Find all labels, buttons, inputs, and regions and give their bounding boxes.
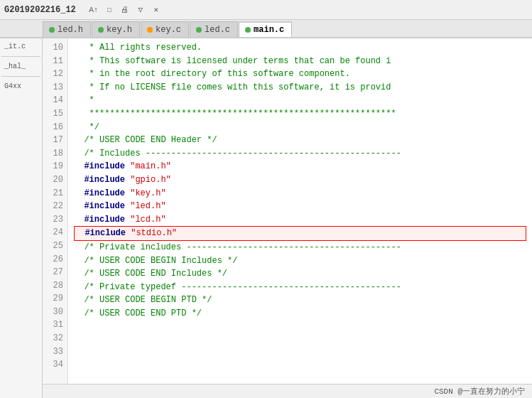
- code-lines: * All rights reserved. * This software i…: [68, 38, 532, 398]
- line-number: 19: [47, 160, 63, 173]
- line-number: 24: [47, 226, 63, 240]
- code-line: */: [74, 121, 526, 134]
- tab-bar: led.h key.h key.c led.c main.c: [0, 20, 532, 38]
- line-number: 12: [47, 68, 63, 81]
- code-line: /* Includes ----------------------------…: [74, 147, 526, 161]
- tab-label-led-c: led.c: [205, 25, 230, 35]
- tab-key-c[interactable]: key.c: [141, 21, 189, 37]
- line-number: 27: [47, 266, 63, 279]
- icon-box1[interactable]: ☐: [103, 4, 116, 16]
- icon-close[interactable]: ✕: [150, 4, 163, 16]
- line-number: 11: [47, 55, 63, 68]
- code-container[interactable]: 1011121314151617181920212223242526272829…: [43, 38, 532, 398]
- status-text: CSDN @一直在努力的小宁: [434, 386, 525, 397]
- sidebar-divider-2: [1, 76, 40, 77]
- line-number: 34: [47, 358, 63, 372]
- title-icons: A↑ ☐ 🖨 ▽ ✕: [87, 4, 163, 16]
- line-number: 32: [47, 332, 63, 345]
- code-line: /* Private typedef ---------------------…: [74, 281, 526, 294]
- status-bar: CSDN @一直在努力的小宁: [43, 384, 532, 398]
- code-line: #include "lcd.h": [74, 213, 526, 227]
- code-line: ****************************************…: [74, 107, 526, 121]
- title-bar: G2019202216_12 A↑ ☐ 🖨 ▽ ✕: [0, 0, 532, 20]
- code-line: /* USER CODE END Header */: [74, 134, 526, 147]
- sidebar: _it.c _hal_ G4xx: [0, 38, 43, 398]
- line-number: 10: [47, 41, 63, 55]
- line-number: 29: [47, 292, 63, 306]
- code-line: * This software is licensed under terms …: [74, 55, 526, 68]
- line-number: 25: [47, 240, 63, 253]
- tab-label-led-h: led.h: [58, 25, 83, 35]
- icon-print[interactable]: 🖨: [119, 4, 131, 16]
- icon-filter[interactable]: ▽: [134, 4, 147, 16]
- code-line: /* USER CODE BEGIN Includes */: [74, 254, 526, 268]
- line-number: 21: [47, 187, 63, 200]
- code-area: 1011121314151617181920212223242526272829…: [43, 38, 532, 398]
- tab-dot-led-h: [49, 27, 55, 33]
- sidebar-item-it[interactable]: _it.c: [1, 41, 40, 52]
- code-line: #include "led.h": [74, 200, 526, 213]
- tab-led-h[interactable]: led.h: [43, 21, 91, 37]
- sidebar-item-g4xx[interactable]: G4xx: [1, 81, 40, 92]
- line-number: 14: [47, 94, 63, 107]
- tab-key-h[interactable]: key.h: [92, 21, 140, 37]
- line-number: 13: [47, 81, 63, 95]
- icon-az[interactable]: A↑: [87, 4, 100, 16]
- code-line: /* USER CODE END Includes */: [74, 267, 526, 281]
- code-line: /* USER CODE BEGIN PTD */: [74, 294, 526, 307]
- tab-led-c[interactable]: led.c: [190, 21, 238, 37]
- main-layout: _it.c _hal_ G4xx 10111213141516171819202…: [0, 38, 532, 398]
- code-line: /* Private includes --------------------…: [74, 241, 526, 254]
- line-number: 28: [47, 279, 63, 293]
- line-number: 18: [47, 147, 63, 161]
- tab-label-main-c: main.c: [254, 25, 284, 35]
- line-number: 31: [47, 318, 63, 332]
- code-line: #include "gpio.h": [74, 173, 526, 187]
- tab-dot-key-h: [98, 27, 104, 33]
- line-number: 33: [47, 345, 63, 359]
- line-number: 30: [47, 306, 63, 319]
- sidebar-item-hal[interactable]: _hal_: [1, 61, 40, 72]
- code-line: *: [74, 94, 526, 107]
- code-line: * If no LICENSE file comes with this sof…: [74, 81, 526, 95]
- tab-label-key-h: key.h: [107, 25, 132, 35]
- code-line: #include "main.h": [74, 160, 526, 173]
- line-number: 17: [47, 134, 63, 147]
- code-line: * All rights reserved.: [74, 41, 526, 55]
- line-number: 15: [47, 107, 63, 121]
- line-number: 22: [47, 200, 63, 213]
- tab-dot-main-c: [245, 27, 251, 33]
- tab-label-key-c: key.c: [156, 25, 181, 35]
- code-line: * in the root directory of this software…: [74, 68, 526, 81]
- line-numbers: 1011121314151617181920212223242526272829…: [43, 38, 68, 398]
- line-number: 23: [47, 213, 63, 227]
- tab-dot-key-c: [147, 27, 153, 33]
- code-line: #include "key.h": [74, 187, 526, 200]
- code-line: /* USER CODE END PTD */: [74, 307, 526, 321]
- project-title: G2019202216_12: [4, 5, 76, 15]
- line-number: 20: [47, 173, 63, 187]
- tab-main-c[interactable]: main.c: [239, 21, 292, 37]
- sidebar-icons: _it.c _hal_ G4xx: [0, 38, 42, 95]
- code-line: #include "stdio.h": [74, 226, 526, 241]
- line-number: 16: [47, 121, 63, 134]
- line-number: 26: [47, 253, 63, 267]
- sidebar-divider-1: [1, 56, 40, 57]
- tab-dot-led-c: [196, 27, 202, 33]
